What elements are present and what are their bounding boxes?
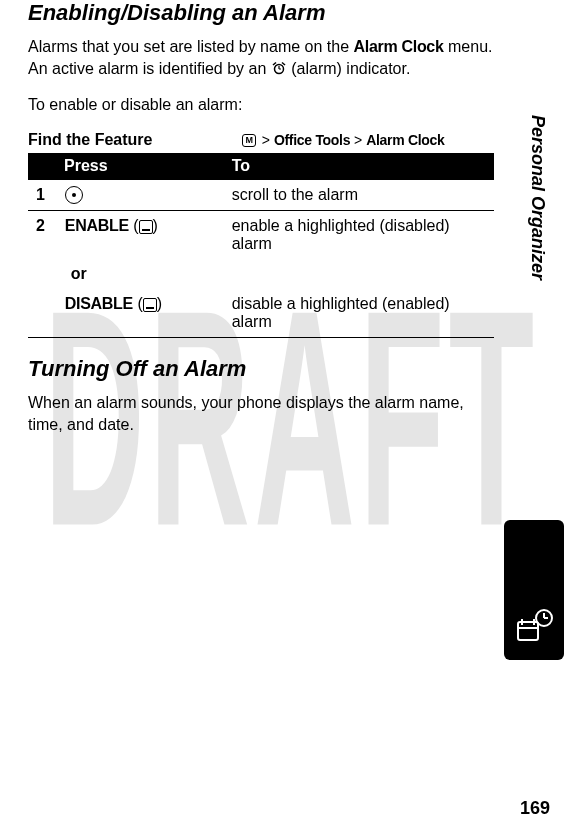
path-office-tools: Office Tools: [274, 132, 350, 148]
menu-path: M > Office Tools > Alarm Clock: [242, 132, 444, 148]
svg-line-3: [273, 62, 276, 65]
or-label: or: [61, 259, 224, 289]
text-fragment: ): [153, 217, 158, 234]
chapter-tab: [504, 520, 564, 660]
path-alarm-clock: Alarm Clock: [366, 132, 444, 148]
to-cell: scroll to the alarm: [224, 179, 494, 211]
to-cell: disable a highlighted (enabled) alarm: [224, 289, 494, 338]
to-cell: enable a highlighted (disabled) alarm: [224, 211, 494, 260]
press-cell: ENABLE (): [61, 211, 224, 260]
section-heading-enable-disable: Enabling/Disabling an Alarm: [28, 0, 494, 26]
col-press-header: Press: [28, 153, 224, 180]
intro-paragraph: Alarms that you set are listed by name o…: [28, 36, 494, 80]
enable-softkey-label: ENABLE: [65, 217, 129, 234]
find-the-feature-label: Find the Feature: [28, 131, 238, 149]
lead-in-paragraph: To enable or disable an alarm:: [28, 94, 494, 116]
disable-softkey-label: DISABLE: [65, 295, 133, 312]
menu-key-icon: M: [242, 134, 256, 147]
press-cell: [61, 179, 224, 211]
path-separator: >: [258, 132, 274, 148]
col-to-header: To: [224, 153, 494, 180]
organizer-tab-icon: [512, 604, 556, 648]
table-row: 2 ENABLE () enable a highlighted (disabl…: [28, 211, 494, 260]
text-fragment: (alarm) indicator.: [287, 60, 411, 77]
text-fragment: (: [133, 295, 143, 312]
table-row: or: [28, 259, 494, 289]
press-to-table: Press To 1 scroll to the alarm 2 ENABLE …: [28, 153, 494, 339]
section-heading-turning-off: Turning Off an Alarm: [28, 356, 494, 382]
svg-line-4: [282, 62, 285, 65]
press-cell: DISABLE (): [61, 289, 224, 338]
path-separator: >: [350, 132, 366, 148]
step-number: 1: [28, 179, 61, 211]
softkey-icon: [139, 220, 153, 234]
text-fragment: Alarms that you set are listed by name o…: [28, 38, 354, 55]
text-fragment: ): [157, 295, 162, 312]
find-the-feature-row: Find the Feature M > Office Tools > Alar…: [28, 130, 494, 149]
step-number: 2: [28, 211, 61, 260]
alarm-indicator-icon: [271, 59, 287, 81]
text-fragment: (: [129, 217, 139, 234]
nav-key-icon: [65, 186, 83, 204]
table-row: 1 scroll to the alarm: [28, 179, 494, 211]
alarm-clock-label: Alarm Clock: [354, 38, 444, 55]
page-number: 169: [520, 798, 550, 819]
turning-off-paragraph: When an alarm sounds, your phone display…: [28, 392, 494, 435]
softkey-icon: [143, 298, 157, 312]
table-row: DISABLE () disable a highlighted (enable…: [28, 289, 494, 338]
table-header-row: Press To: [28, 153, 494, 180]
